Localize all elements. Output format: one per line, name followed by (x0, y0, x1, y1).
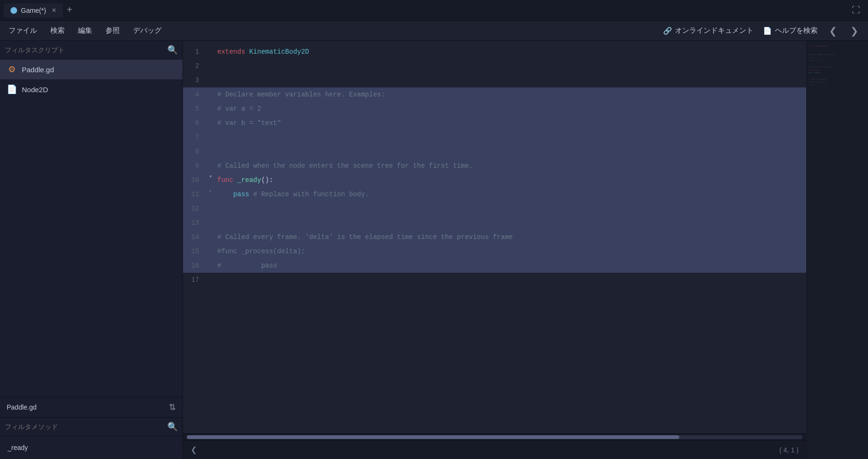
doc-icon: 📄 (763, 27, 772, 35)
line-number-9: 9 (183, 159, 206, 173)
file-item-label: Paddle.gd (22, 66, 54, 74)
line-content-3 (215, 73, 806, 87)
menu-debug[interactable]: デバッグ (132, 24, 163, 37)
gear-icon: ⚙ (7, 64, 17, 75)
sort-icon[interactable]: ⇅ (169, 402, 176, 412)
nav-back-button[interactable]: ❮ (827, 25, 839, 37)
table-row: 11 ▸ pass # Replace with function body. (183, 187, 806, 201)
line-number-17: 17 (183, 273, 206, 287)
svg-text:# var a = 2: # var a = 2 (809, 57, 818, 58)
line-content-1: extends KinematicBody2D (215, 45, 806, 59)
status-nav-left[interactable]: ❮ (191, 445, 197, 454)
line-content-13 (215, 216, 806, 230)
line-number-8: 8 (183, 144, 206, 159)
line-number-14: 14 (183, 230, 206, 244)
current-file-bar: Paddle.gd ⇅ (0, 397, 183, 418)
file-item-node2d-label: Node2D (22, 86, 48, 94)
minimap: extends KinematicBody2D # Declare member… (806, 41, 868, 459)
method-search-icon[interactable]: 🔍 (167, 421, 178, 432)
cursor-position-value: 4, 1 (783, 446, 794, 454)
line-content-16: # pass (215, 258, 806, 273)
line-content-5: # var a = 2 (215, 102, 806, 116)
menu-edit[interactable]: 編集 (77, 24, 93, 37)
editor-tab[interactable]: Game(*) × (4, 3, 63, 18)
status-left: ❮ (191, 445, 197, 454)
code-area[interactable]: 1 extends KinematicBody2D 2 3 4 # Decl (183, 41, 806, 433)
help-search-button[interactable]: 📄 ヘルプを検索 (763, 26, 818, 35)
main-layout: 🔍 ⚙ Paddle.gd 📄 Node2D Paddle.gd ⇅ 🔍 (0, 41, 868, 459)
table-row: 10 ▾ func _ready(): (183, 173, 806, 187)
line-content-6: # var b = "text" (215, 116, 806, 130)
status-position: ( 4, 1 ) (780, 446, 799, 454)
script-filter-input[interactable] (5, 46, 164, 54)
nav-forward-button[interactable]: ❯ (849, 25, 860, 37)
line-number-10: 10 (183, 173, 206, 187)
svg-text:#func _process(delta):: #func _process(delta): (809, 81, 828, 83)
file-item-node2d[interactable]: 📄 Node2D (0, 79, 183, 99)
table-row: 2 (183, 59, 806, 73)
table-row: 13 (183, 216, 806, 230)
sidebar-bottom: Paddle.gd ⇅ 🔍 _ready (0, 397, 183, 459)
tab-icon (10, 7, 17, 14)
file-item-paddle[interactable]: ⚙ Paddle.gd (0, 59, 183, 79)
link-icon: 🔗 (663, 27, 672, 35)
line-content-15: #func _process(delta): (215, 244, 806, 258)
svg-text:# Called every frame...: # Called every frame... (809, 78, 829, 80)
cursor-position-end: ) (796, 446, 799, 454)
tab-close-button[interactable]: × (52, 6, 56, 15)
table-row: 6 # var b = "text" (183, 116, 806, 130)
table-row: 7 (183, 130, 806, 144)
table-row: 16 # pass (183, 258, 806, 273)
method-list: _ready (0, 436, 183, 459)
svg-text:# var b = "text": # var b = "text" (809, 59, 822, 61)
line-number-4: 4 (183, 87, 206, 102)
doc-file-icon: 📄 (7, 84, 17, 95)
online-docs-button[interactable]: 🔗 オンラインドキュメント (663, 26, 753, 35)
line-number-16: 16 (183, 258, 206, 273)
table-row: 3 (183, 73, 806, 87)
line-content-4: # Declare member variables here. Example… (215, 87, 806, 102)
table-row: 4 # Declare member variables here. Examp… (183, 87, 806, 102)
menu-search[interactable]: 検索 (49, 24, 66, 37)
menu-bar-right: 🔗 オンラインドキュメント 📄 ヘルプを検索 ❮ ❯ (663, 25, 860, 37)
horizontal-scrollbar[interactable] (183, 433, 806, 440)
online-docs-label: オンラインドキュメント (675, 26, 753, 35)
table-row: 5 # var a = 2 (183, 102, 806, 116)
table-row: 1 extends KinematicBody2D (183, 45, 806, 59)
method-item-ready[interactable]: _ready (0, 440, 183, 455)
line-number-11: 11 (183, 187, 206, 201)
fold-arrow-10[interactable]: ▾ (209, 173, 212, 180)
current-file-label: Paddle.gd (7, 403, 37, 411)
svg-text:extends KinematicBody2D: extends KinematicBody2D (809, 45, 829, 47)
line-content-11: pass # Replace with function body. (215, 187, 806, 201)
line-gutter-11[interactable]: ▸ (206, 187, 215, 194)
line-number-3: 3 (183, 73, 206, 87)
sidebar: 🔍 ⚙ Paddle.gd 📄 Node2D Paddle.gd ⇅ 🔍 (0, 41, 183, 459)
line-content-2 (215, 59, 806, 73)
method-filter: 🔍 (0, 418, 183, 436)
fold-arrow-11: ▸ (209, 187, 212, 194)
line-content-14: # Called every frame. 'delta' is the ela… (215, 230, 806, 244)
table-row: 8 (183, 144, 806, 159)
menu-file[interactable]: ファイル (8, 24, 38, 37)
status-bar: ❮ ( 4, 1 ) (183, 440, 806, 459)
menu-reference[interactable]: 参照 (105, 24, 121, 37)
line-number-5: 5 (183, 102, 206, 116)
table-row: 14 # Called every frame. 'delta' is the … (183, 230, 806, 244)
line-number-7: 7 (183, 130, 206, 144)
tab-label: Game(*) (21, 7, 46, 14)
line-content-10: func _ready(): (215, 173, 806, 187)
script-search-icon[interactable]: 🔍 (167, 45, 178, 55)
table-row: 17 (183, 273, 806, 287)
table-row: 12 (183, 201, 806, 216)
svg-text:# Called when the node enters.: # Called when the node enters... (809, 66, 836, 68)
scrollbar-thumb[interactable] (187, 435, 679, 439)
svg-text:pass # Replace...: pass # Replace... (809, 72, 823, 74)
line-content-9: # Called when the node enters the scene … (215, 159, 806, 173)
help-search-label: ヘルプを検索 (775, 26, 818, 35)
line-gutter-10[interactable]: ▾ (206, 173, 215, 180)
fullscreen-button[interactable]: ⛶ (848, 3, 864, 17)
new-tab-button[interactable]: + (67, 5, 72, 16)
method-filter-input[interactable] (5, 423, 164, 430)
scrollbar-track[interactable] (187, 435, 802, 439)
